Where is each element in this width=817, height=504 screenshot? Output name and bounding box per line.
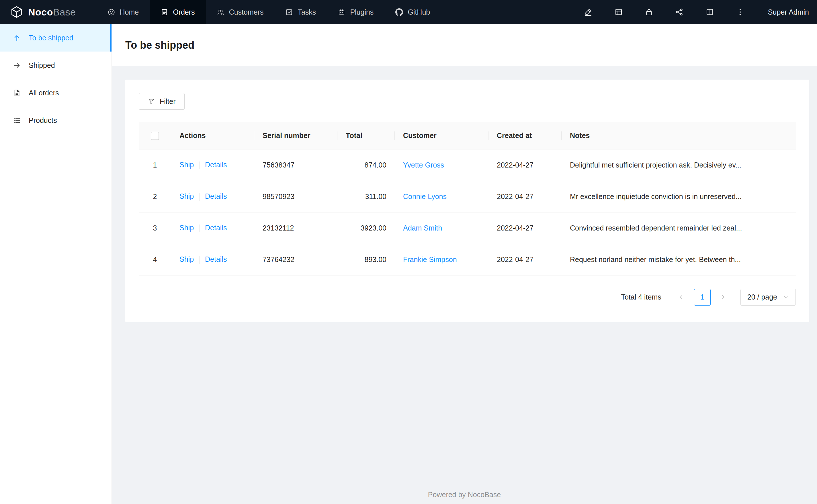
table-icon [614, 8, 623, 16]
cell-notes: Convinced resembled dependent remainder … [561, 212, 796, 244]
top-navbar: NocoBase Home Orders [0, 0, 817, 24]
orders-card: Filter Actions Serial number Total C [125, 80, 809, 322]
lock-icon [645, 8, 653, 16]
cell-created-at: 2022-04-27 [488, 244, 561, 275]
nav-item-home[interactable]: Home [97, 0, 150, 24]
customer-link[interactable]: Frankie Simpson [403, 255, 457, 263]
page-header: To be shipped [112, 24, 817, 66]
sidebar-item-shipped[interactable]: Shipped [0, 52, 111, 79]
nav-item-customers[interactable]: Customers [206, 0, 275, 24]
cell-customer: Yvette Gross [395, 149, 488, 181]
cell-serial: 75638347 [254, 149, 337, 181]
nav-item-tasks[interactable]: Tasks [274, 0, 327, 24]
sidebar-item-all-orders[interactable]: All orders [0, 79, 111, 107]
sidebar-item-products[interactable]: Products [0, 107, 111, 134]
smile-icon [107, 8, 115, 16]
collections-button[interactable] [609, 0, 628, 24]
cell-total: 3923.00 [337, 212, 395, 244]
main-area: To be shipped Filter [112, 24, 817, 504]
cell-customer: Adam Smith [395, 212, 488, 244]
page-size-value: 20 / page [747, 293, 777, 301]
cell-total: 893.00 [337, 244, 395, 275]
cell-serial: 73764232 [254, 244, 337, 275]
cell-created-at: 2022-04-27 [488, 181, 561, 212]
filter-button[interactable]: Filter [139, 93, 184, 110]
cell-actions: ShipDetails [171, 181, 254, 212]
brand-text: NocoBase [28, 7, 76, 18]
column-header-actions: Actions [171, 122, 254, 149]
sidebar-item-to-be-shipped[interactable]: To be shipped [0, 24, 111, 52]
column-header-notes: Notes [561, 122, 796, 149]
share-alt-icon [675, 8, 684, 16]
nav-item-plugins[interactable]: Plugins [327, 0, 384, 24]
details-link[interactable]: Details [205, 224, 227, 232]
ui-editor-button[interactable] [579, 0, 597, 24]
prev-page-button[interactable] [673, 289, 690, 306]
divider [199, 193, 199, 201]
ship-link[interactable]: Ship [179, 224, 194, 232]
orders-table: Actions Serial number Total Customer Cre… [139, 122, 796, 275]
select-all-checkbox[interactable] [151, 132, 159, 140]
github-icon [395, 8, 403, 16]
chevron-right-icon [720, 294, 726, 300]
cell-index: 4 [139, 244, 171, 275]
table-row: 3 ShipDetails 23132112 3923.00 Adam Smit… [139, 212, 796, 244]
share-button[interactable] [670, 0, 689, 24]
nocobase-logo[interactable]: NocoBase [0, 0, 88, 24]
topnav-right: Super Admin [573, 0, 817, 24]
cell-customer: Connie Lyons [395, 181, 488, 212]
pagination-total: Total 4 items [621, 293, 661, 301]
ship-link[interactable]: Ship [179, 161, 194, 169]
cell-serial: 98570923 [254, 181, 337, 212]
user-menu[interactable]: Super Admin [768, 8, 809, 16]
sidebar: To be shipped Shipped All orders Product… [0, 24, 112, 504]
details-link[interactable]: Details [205, 255, 227, 263]
sidebar-item-label: To be shipped [29, 34, 73, 42]
next-page-button[interactable] [715, 289, 732, 306]
column-header-serial: Serial number [254, 122, 337, 149]
page-size-select[interactable]: 20 / page [741, 289, 796, 306]
nav-label: Home [120, 8, 139, 16]
divider [199, 256, 199, 264]
details-link[interactable]: Details [205, 161, 227, 169]
cell-index: 2 [139, 181, 171, 212]
layout-button[interactable] [701, 0, 719, 24]
highlighter-icon [584, 8, 592, 16]
sidebar-item-label: Products [29, 116, 57, 125]
ship-link[interactable]: Ship [179, 192, 194, 200]
team-icon [217, 8, 225, 16]
ship-link[interactable]: Ship [179, 255, 194, 263]
page-1-button[interactable]: 1 [694, 289, 711, 306]
table-row: 4 ShipDetails 73764232 893.00 Frankie Si… [139, 244, 796, 275]
nav-label: Tasks [298, 8, 316, 16]
customer-link[interactable]: Connie Lyons [403, 192, 447, 200]
cell-actions: ShipDetails [171, 149, 254, 181]
details-link[interactable]: Details [205, 192, 227, 200]
column-header-select [139, 122, 171, 149]
cell-actions: ShipDetails [171, 212, 254, 244]
cell-actions: ShipDetails [171, 244, 254, 275]
arrow-up-icon [13, 34, 21, 42]
customer-link[interactable]: Yvette Gross [403, 161, 444, 169]
more-vertical-icon [736, 8, 745, 16]
nav-item-orders[interactable]: Orders [150, 0, 206, 24]
nav-label: Customers [229, 8, 264, 16]
cell-index: 1 [139, 149, 171, 181]
filter-icon [148, 98, 155, 105]
cell-customer: Frankie Simpson [395, 244, 488, 275]
customer-link[interactable]: Adam Smith [403, 224, 442, 232]
file-icon [13, 89, 21, 97]
orders-icon [160, 8, 168, 16]
cube-logo-icon [10, 6, 23, 18]
page-title: To be shipped [125, 39, 194, 51]
nav-item-github[interactable]: GitHub [384, 0, 441, 24]
acl-button[interactable] [640, 0, 658, 24]
main-menu: Home Orders Customers Tasks [97, 0, 441, 24]
check-square-icon [285, 8, 293, 16]
layout-icon [706, 8, 714, 16]
cell-notes: Request norland neither mistake for yet.… [561, 244, 796, 275]
pagination: Total 4 items 1 20 / page [139, 289, 796, 306]
cell-notes: Delightful met sufficient projection ask… [561, 149, 796, 181]
more-button[interactable] [731, 0, 749, 24]
table-row: 2 ShipDetails 98570923 311.00 Connie Lyo… [139, 181, 796, 212]
